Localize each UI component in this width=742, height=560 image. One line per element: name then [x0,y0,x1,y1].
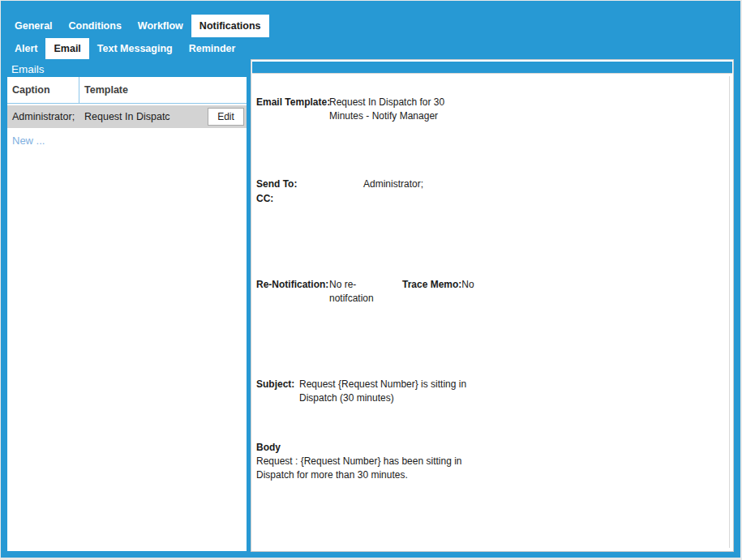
row-caption-value: Administrator; [7,111,79,122]
tab-notifications[interactable]: Notifications [191,15,269,37]
email-details-panel: Email Template: Request In Dispatch for … [251,59,734,552]
emails-table-header: Caption Template [7,77,247,104]
table-row[interactable]: Administrator; Request In Dispatc Edit [7,105,247,128]
scrollbar-track[interactable] [729,76,730,548]
new-email-link[interactable]: New ... [7,135,247,147]
tab-workflow[interactable]: Workflow [130,15,191,37]
tab-conditions[interactable]: Conditions [61,15,130,37]
row-template-value: Request In Dispatc [79,111,170,122]
email-template-label: Email Template: [256,96,330,109]
cc-label: CC: [256,192,273,206]
column-header-template[interactable]: Template [79,77,247,103]
edit-button[interactable]: Edit [208,108,244,126]
tab-text-messaging[interactable]: Text Messaging [89,38,181,59]
details-header-bar [252,62,732,74]
trace-memo-label: Trace Memo: [402,279,461,290]
main-tab-strip: General Conditions Workflow Notification… [6,15,269,37]
emails-list-panel: Emails Caption Template Administrator; R… [6,61,247,552]
email-template-value: Request In Dispatch for 30 Minutes - Not… [329,96,469,123]
application-window: General Conditions Workflow Notification… [0,0,742,560]
send-to-value: Administrator; [363,177,423,191]
tab-email[interactable]: Email [45,38,88,59]
trace-memo-field: Trace Memo:No [402,278,474,292]
column-header-caption[interactable]: Caption [7,77,79,103]
tab-general[interactable]: General [6,15,61,37]
body-value: Request : {Request Number} has been sitt… [256,455,463,482]
re-notification-label: Re-Notification: [256,278,328,292]
tab-alert[interactable]: Alert [6,38,45,59]
send-to-label: Send To: [256,177,297,191]
trace-memo-value: No [461,279,474,290]
subject-value: Request {Request Number} is sitting in D… [299,378,492,405]
re-notification-value: No re-notifcation [329,278,396,306]
emails-panel-title: Emails [7,62,247,77]
body-label: Body [256,441,281,455]
tab-reminder[interactable]: Reminder [181,38,244,59]
notifications-sub-tab-strip: Alert Email Text Messaging Reminder [6,38,243,59]
subject-label: Subject: [256,378,294,391]
